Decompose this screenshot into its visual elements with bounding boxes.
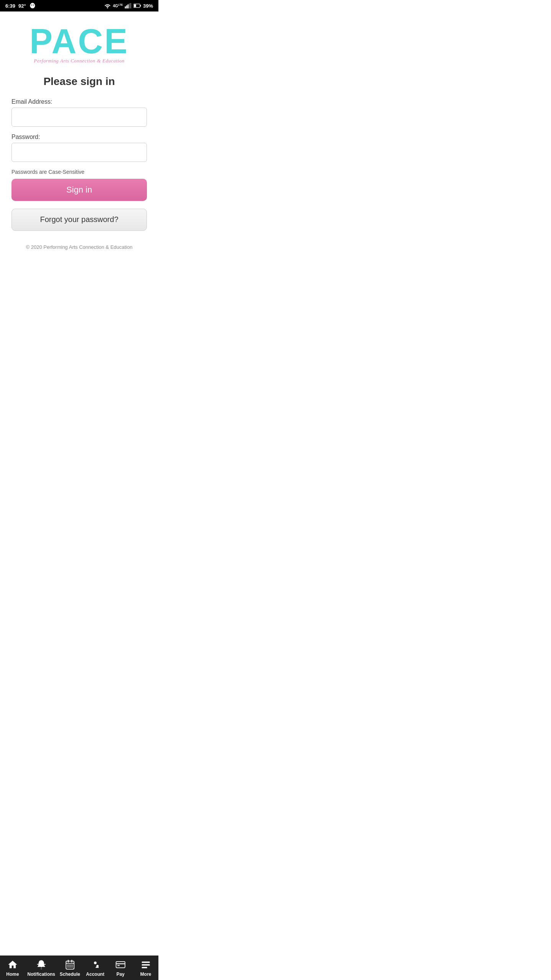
svg-rect-2 — [127, 5, 129, 9]
battery-icon — [134, 3, 141, 8]
logo-container: PACE Performing Arts Connection & Educat… — [29, 27, 129, 64]
svg-rect-7 — [134, 5, 136, 7]
password-input[interactable] — [11, 143, 147, 162]
temperature-display: 92° — [18, 3, 26, 9]
svg-rect-4 — [130, 3, 131, 8]
svg-rect-6 — [140, 5, 141, 7]
password-label: Password: — [11, 134, 147, 140]
sign-in-button[interactable]: Sign in — [11, 179, 147, 201]
email-input[interactable] — [11, 108, 147, 127]
time-display: 6:39 — [5, 3, 15, 9]
network-type: 4GLTE — [113, 3, 123, 8]
alien-icon — [29, 2, 36, 9]
copyright-text: © 2020 Performing Arts Connection & Educ… — [0, 240, 158, 254]
email-label: Email Address: — [11, 98, 147, 105]
pace-subtitle: Performing Arts Connection & Education — [34, 58, 125, 64]
login-form: Email Address: Password: Passwords are C… — [11, 98, 147, 231]
svg-rect-0 — [125, 7, 126, 8]
svg-rect-3 — [129, 3, 130, 8]
pace-logo: PACE — [29, 27, 129, 56]
status-bar: 6:39 92° 4GLTE 39% — [0, 0, 158, 11]
wifi-icon — [104, 3, 111, 8]
battery-percent: 39% — [143, 3, 153, 9]
svg-rect-1 — [126, 5, 127, 8]
status-right: 4GLTE 39% — [104, 3, 153, 9]
sign-in-heading: Please sign in — [44, 75, 115, 88]
case-sensitive-note: Passwords are Case-Sensitive — [11, 169, 147, 175]
forgot-password-button[interactable]: Forgot your password? — [11, 209, 147, 231]
signal-icon — [125, 3, 132, 8]
status-left: 6:39 92° — [5, 2, 36, 9]
